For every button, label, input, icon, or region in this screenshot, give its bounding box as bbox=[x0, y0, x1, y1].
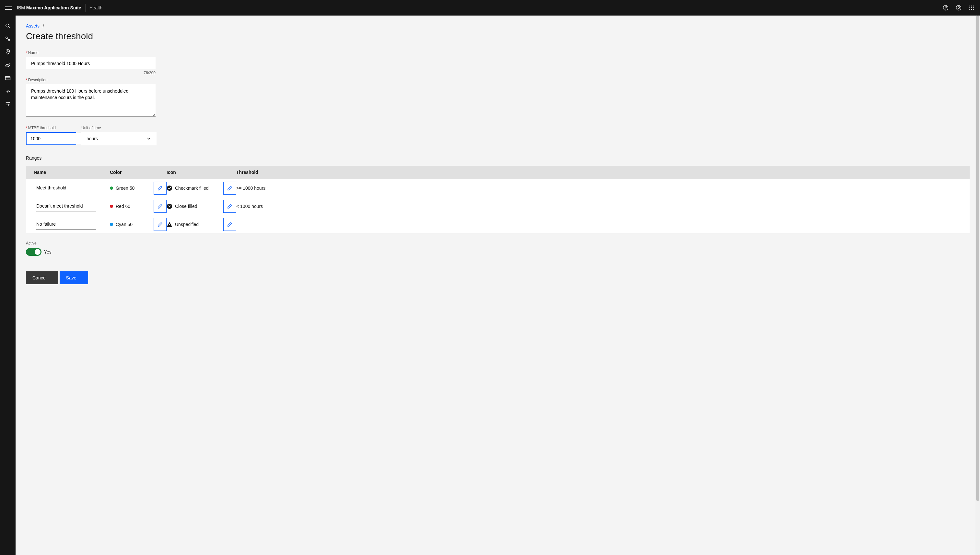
range-name-input[interactable] bbox=[36, 201, 96, 212]
description-label: Description bbox=[26, 78, 156, 82]
table-header: Name Color Icon Threshold bbox=[26, 166, 970, 179]
sidebar-asset-icon[interactable] bbox=[0, 32, 16, 45]
field-description: 76/200 Description bbox=[26, 78, 970, 118]
brand-app: Health bbox=[89, 5, 102, 10]
sidebar bbox=[0, 16, 16, 555]
sidebar-location-icon[interactable] bbox=[0, 45, 16, 58]
svg-line-14 bbox=[9, 27, 10, 28]
brand-prefix: IBM bbox=[17, 5, 25, 10]
edit-color-button[interactable] bbox=[154, 182, 167, 195]
range-color: Cyan 50 bbox=[110, 222, 132, 227]
help-icon[interactable] bbox=[942, 5, 949, 11]
table-row: Red 60Close filled< 1000 hours bbox=[26, 197, 970, 215]
description-textarea[interactable] bbox=[26, 84, 156, 117]
svg-point-15 bbox=[6, 37, 8, 38]
svg-rect-19 bbox=[5, 76, 10, 80]
active-toggle[interactable] bbox=[26, 248, 42, 256]
range-name-input[interactable] bbox=[36, 219, 96, 229]
svg-point-26 bbox=[8, 104, 9, 105]
scrollbar-thumb[interactable] bbox=[976, 16, 979, 501]
sidebar-gauge-icon[interactable] bbox=[0, 84, 16, 97]
field-mtbf: MTBF threshold − + bbox=[26, 126, 76, 145]
svg-point-3 bbox=[958, 6, 959, 8]
svg-point-13 bbox=[6, 24, 9, 27]
unit-select[interactable]: hours bbox=[81, 132, 156, 145]
save-button[interactable]: Save bbox=[60, 271, 88, 284]
mtbf-input-wrap: − + bbox=[26, 132, 76, 145]
ranges-table: Name Color Icon Threshold Green 50Checkm… bbox=[26, 166, 970, 233]
active-label: Active bbox=[26, 241, 970, 245]
svg-point-6 bbox=[973, 5, 974, 6]
checkmark-icon bbox=[167, 185, 172, 191]
svg-point-4 bbox=[969, 5, 970, 6]
col-name: Name bbox=[34, 170, 110, 175]
edit-icon-button[interactable] bbox=[223, 182, 236, 195]
range-icon: Close filled bbox=[167, 203, 197, 209]
chevron-down-icon bbox=[146, 136, 151, 141]
char-count: 76/200 bbox=[143, 71, 156, 75]
sidebar-search-icon[interactable] bbox=[0, 19, 16, 32]
layout: Assets / Create threshold Name 76/200 De… bbox=[0, 16, 980, 555]
range-color: Red 60 bbox=[110, 204, 130, 209]
table-row: Green 50Checkmark filled>= 1000 hours bbox=[26, 179, 970, 197]
page-title: Create threshold bbox=[26, 31, 970, 42]
breadcrumb-sep: / bbox=[43, 23, 44, 29]
edit-color-button[interactable] bbox=[154, 200, 167, 213]
ranges-title: Ranges bbox=[26, 156, 970, 160]
toggle-knob bbox=[35, 249, 40, 255]
svg-point-8 bbox=[971, 8, 972, 8]
name-input[interactable] bbox=[26, 57, 156, 70]
edit-icon-button[interactable] bbox=[223, 200, 236, 213]
inline-fields: MTBF threshold − + Unit of time hours bbox=[26, 126, 970, 145]
svg-line-17 bbox=[7, 38, 8, 40]
svg-point-11 bbox=[971, 9, 972, 10]
unit-value: hours bbox=[87, 136, 146, 141]
app-switcher-icon[interactable] bbox=[968, 5, 975, 11]
svg-point-22 bbox=[8, 91, 8, 93]
header-left: IBM Maximo Application Suite Health bbox=[5, 4, 102, 12]
svg-point-12 bbox=[973, 9, 974, 10]
hamburger-menu-icon[interactable] bbox=[5, 5, 12, 11]
svg-point-10 bbox=[969, 9, 970, 10]
brand: IBM Maximo Application Suite Health bbox=[17, 4, 102, 12]
svg-point-9 bbox=[973, 8, 974, 8]
range-color: Green 50 bbox=[110, 186, 135, 191]
field-name: Name bbox=[26, 51, 970, 70]
app-header: IBM Maximo Application Suite Health bbox=[0, 0, 980, 16]
svg-point-16 bbox=[8, 39, 10, 41]
table-row: Cyan 50Unspecified bbox=[26, 215, 970, 233]
svg-point-27 bbox=[167, 185, 172, 190]
svg-point-7 bbox=[969, 8, 970, 8]
user-avatar-icon[interactable] bbox=[955, 5, 962, 11]
mtbf-label: MTBF threshold bbox=[26, 126, 76, 130]
brand-divider bbox=[85, 4, 85, 12]
brand-name: Maximo Application Suite bbox=[26, 5, 81, 10]
name-label: Name bbox=[26, 51, 970, 55]
svg-point-5 bbox=[971, 5, 972, 6]
sidebar-analytics-icon[interactable] bbox=[0, 58, 16, 71]
range-name-input[interactable] bbox=[36, 183, 96, 193]
col-threshold: Threshold bbox=[236, 170, 962, 175]
svg-point-24 bbox=[6, 102, 8, 103]
range-icon: Checkmark filled bbox=[167, 185, 208, 191]
range-threshold: >= 1000 hours bbox=[236, 186, 962, 191]
unit-label: Unit of time bbox=[81, 126, 156, 130]
cancel-button[interactable]: Cancel bbox=[26, 271, 58, 284]
range-icon: Unspecified bbox=[167, 221, 199, 227]
sidebar-settings-icon[interactable] bbox=[0, 97, 16, 110]
sidebar-card-icon[interactable] bbox=[0, 71, 16, 84]
breadcrumb-link-assets[interactable]: Assets bbox=[26, 23, 40, 29]
close-icon bbox=[167, 203, 172, 209]
edit-icon-button[interactable] bbox=[223, 218, 236, 231]
scrollbar[interactable] bbox=[975, 16, 980, 555]
edit-color-button[interactable] bbox=[154, 218, 167, 231]
active-toggle-row: Yes bbox=[26, 248, 970, 256]
col-color: Color bbox=[110, 170, 167, 175]
warning-icon bbox=[167, 221, 172, 227]
col-icon: Icon bbox=[167, 170, 236, 175]
footer-actions: Cancel Save bbox=[26, 271, 970, 284]
svg-point-33 bbox=[169, 226, 170, 226]
header-right bbox=[942, 5, 975, 11]
range-threshold: < 1000 hours bbox=[236, 204, 962, 209]
breadcrumb: Assets / bbox=[26, 23, 970, 29]
